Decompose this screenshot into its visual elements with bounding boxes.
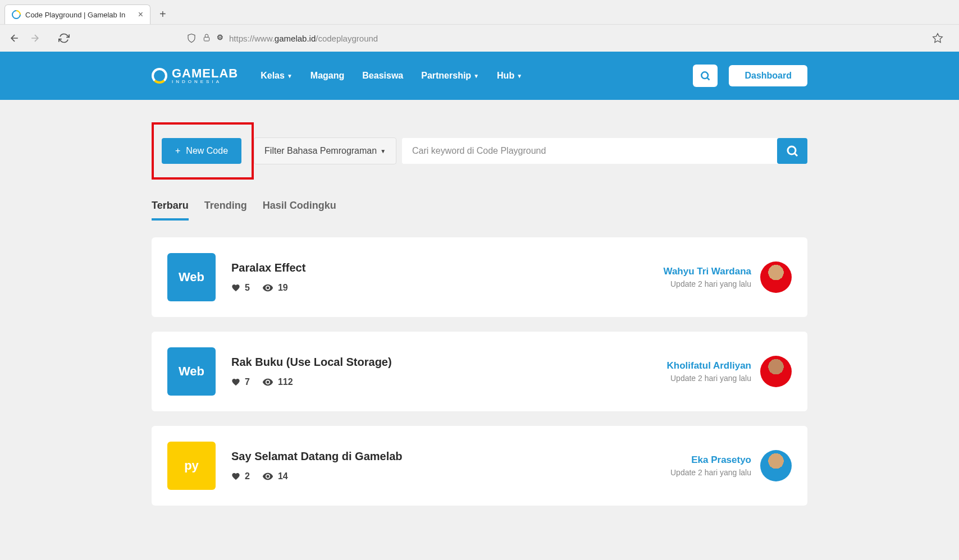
search-input[interactable] [402, 138, 777, 164]
avatar[interactable] [760, 450, 792, 481]
tab-title: Code Playground | Gamelab In [25, 11, 134, 19]
back-button[interactable] [9, 33, 20, 44]
search-wrap [402, 138, 807, 164]
tab-bar: Code Playground | Gamelab In × + [0, 0, 959, 24]
logo[interactable]: GAMELAB INDONESIA [152, 67, 238, 84]
likes-count: 2 [245, 471, 250, 481]
author-update: Update 2 hari yang lalu [670, 468, 751, 477]
card-author: Wahyu Tri Wardana Update 2 hari yang lal… [664, 266, 752, 288]
tab-terbaru[interactable]: Terbaru [152, 200, 189, 221]
site-header: GAMELAB INDONESIA Kelas▼ Magang Beasiswa… [0, 52, 959, 100]
card-author: Eka Prasetyo Update 2 hari yang lalu [670, 455, 751, 477]
controls-row: + New Code Filter Bahasa Pemrograman ▼ [152, 122, 807, 180]
tab-trending[interactable]: Trending [204, 200, 247, 221]
heart-icon [231, 378, 240, 387]
main-content: + New Code Filter Bahasa Pemrograman ▼ T… [152, 100, 807, 506]
chevron-down-icon: ▼ [287, 73, 293, 79]
author-name[interactable]: Eka Prasetyo [670, 455, 751, 466]
filter-language-dropdown[interactable]: Filter Bahasa Pemrograman ▼ [254, 137, 396, 164]
url-icons: ⚙ [186, 33, 223, 43]
browser-chrome: Code Playground | Gamelab In × + ⚙ https… [0, 0, 959, 52]
card-stats: 5 19 [231, 282, 664, 293]
views-stat: 19 [262, 282, 288, 293]
lock-icon[interactable] [202, 33, 211, 43]
dashboard-button[interactable]: Dashboard [729, 65, 807, 86]
author-update: Update 2 hari yang lalu [667, 374, 752, 383]
card-info: Paralax Effect 5 19 [231, 261, 664, 293]
bookmark-icon[interactable] [932, 33, 943, 44]
card-stats: 2 14 [231, 471, 670, 482]
author-update: Update 2 hari yang lalu [664, 279, 752, 288]
chevron-down-icon: ▼ [517, 73, 522, 79]
code-card[interactable]: py Say Selamat Datang di Gamelab 2 14 Ek… [152, 426, 807, 506]
logo-main: GAMELAB [172, 67, 238, 80]
code-card[interactable]: Web Paralax Effect 5 19 Wahyu Tri Wardan… [152, 237, 807, 317]
nav-menu: Kelas▼ Magang Beasiswa Partnership▼ Hub▼ [261, 71, 522, 81]
eye-icon [262, 377, 273, 388]
likes-stat: 7 [231, 377, 250, 387]
card-stats: 7 112 [231, 377, 667, 388]
plus-icon: + [175, 146, 180, 156]
views-count: 112 [278, 377, 293, 387]
browser-tab[interactable]: Code Playground | Gamelab In × [4, 4, 150, 24]
reload-button[interactable] [58, 33, 70, 44]
search-submit-button[interactable] [777, 138, 807, 164]
code-card[interactable]: Web Rak Buku (Use Local Storage) 7 112 K… [152, 332, 807, 411]
eye-icon [262, 471, 273, 482]
card-info: Say Selamat Datang di Gamelab 2 14 [231, 450, 670, 482]
svg-rect-0 [204, 37, 209, 41]
card-title: Rak Buku (Use Local Storage) [231, 356, 667, 369]
language-badge: Web [167, 253, 216, 301]
new-code-button[interactable]: + New Code [162, 138, 241, 164]
views-count: 19 [278, 283, 288, 293]
address-bar[interactable]: ⚙ https://www.gamelab.id/codeplayground [180, 29, 950, 47]
language-badge: py [167, 442, 216, 490]
author-name[interactable]: Kholifatul Ardliyan [667, 360, 752, 371]
likes-stat: 2 [231, 471, 250, 481]
logo-icon [152, 68, 167, 84]
author-name[interactable]: Wahyu Tri Wardana [664, 266, 752, 277]
close-icon[interactable]: × [138, 10, 143, 20]
chevron-down-icon: ▼ [380, 148, 386, 154]
new-tab-button[interactable]: + [155, 8, 171, 21]
content-tabs: Terbaru Trending Hasil Codingku [152, 200, 807, 221]
highlight-annotation: + New Code [152, 122, 254, 180]
nav-hub[interactable]: Hub▼ [497, 71, 522, 81]
nav-beasiswa[interactable]: Beasiswa [362, 71, 403, 81]
nav-kelas[interactable]: Kelas▼ [261, 71, 293, 81]
eye-icon [262, 282, 273, 293]
header-search-button[interactable] [693, 65, 718, 87]
svg-point-3 [788, 146, 796, 154]
nav-magang[interactable]: Magang [310, 71, 344, 81]
avatar[interactable] [760, 261, 792, 293]
views-count: 14 [278, 471, 288, 481]
likes-stat: 5 [231, 283, 250, 293]
nav-partnership[interactable]: Partnership▼ [421, 71, 479, 81]
shield-icon[interactable] [186, 33, 197, 43]
chevron-down-icon: ▼ [473, 73, 479, 79]
card-info: Rak Buku (Use Local Storage) 7 112 [231, 356, 667, 388]
avatar[interactable] [760, 356, 792, 387]
card-title: Say Selamat Datang di Gamelab [231, 450, 670, 463]
language-badge: Web [167, 347, 216, 396]
cards-list: Web Paralax Effect 5 19 Wahyu Tri Wardan… [152, 237, 807, 506]
heart-icon [231, 283, 240, 292]
card-title: Paralax Effect [231, 261, 664, 274]
nav-bar: ⚙ https://www.gamelab.id/codeplayground [0, 24, 959, 52]
forward-button[interactable] [29, 33, 40, 44]
tab-hasil-codingku[interactable]: Hasil Codingku [263, 200, 336, 221]
nav-icons [9, 33, 70, 44]
logo-sub: INDONESIA [172, 80, 238, 84]
url-text: https://www.gamelab.id/codeplayground [229, 34, 378, 43]
heart-icon [231, 472, 240, 481]
views-stat: 14 [262, 471, 288, 482]
svg-marker-1 [933, 34, 943, 43]
likes-count: 5 [245, 283, 250, 293]
favicon-icon [10, 8, 23, 21]
card-author: Kholifatul Ardliyan Update 2 hari yang l… [667, 360, 752, 383]
permissions-icon[interactable]: ⚙ [217, 33, 223, 43]
likes-count: 7 [245, 377, 250, 387]
views-stat: 112 [262, 377, 293, 388]
svg-point-2 [702, 72, 709, 79]
